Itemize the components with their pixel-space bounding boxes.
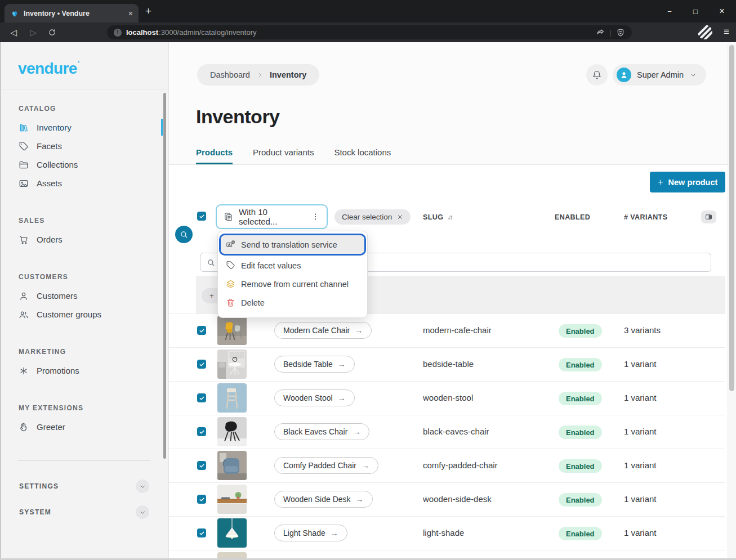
url-host: localhost <box>126 28 158 37</box>
url-bar[interactable]: ! localhost:3000/admin/catalog/inventory… <box>107 25 632 39</box>
row-checkbox[interactable] <box>197 528 206 537</box>
menu-item-remove-from-current-channel[interactable]: Remove from current channel <box>218 275 367 293</box>
asterisk-icon <box>19 366 29 376</box>
vendure-favicon-icon <box>10 9 19 18</box>
forward-icon[interactable]: ▷ <box>28 28 38 38</box>
reload-icon[interactable] <box>48 28 58 37</box>
tab-stock-locations[interactable]: Stock locations <box>334 145 391 164</box>
translate-icon <box>226 240 235 249</box>
search-icon <box>180 230 188 239</box>
site-info-icon[interactable]: ! <box>114 29 122 37</box>
product-slug: comfy-padded-chair <box>423 460 498 470</box>
notifications-button[interactable] <box>586 64 608 86</box>
column-header-slug[interactable]: SLUG <box>423 213 454 221</box>
product-slug: modern-cafe-chair <box>423 325 492 335</box>
browser-tab[interactable]: Inventory • Vendure × <box>5 4 139 23</box>
scrollbar-thumb[interactable] <box>729 45 734 391</box>
status-badge: Enabled <box>559 392 602 405</box>
sidebar-scrollbar[interactable] <box>163 93 166 459</box>
row-checkbox[interactable] <box>197 461 206 470</box>
brave-shield-icon[interactable] <box>616 28 625 37</box>
menu-item-edit-facet-values[interactable]: Edit facet values <box>218 256 367 275</box>
sidebar-section-label: CUSTOMERS <box>19 273 168 281</box>
status-badge: Enabled <box>559 358 602 371</box>
sidebar-section-label: SALES <box>19 217 168 225</box>
clear-selection-button[interactable]: Clear selection <box>334 209 411 225</box>
browser-tab-strip: Inventory • Vendure × + − □ × <box>0 0 736 23</box>
chevron-down-icon[interactable] <box>136 480 149 493</box>
breadcrumb-dashboard[interactable]: Dashboard <box>210 70 250 79</box>
table-row: Wooden Stool→wooden-stoolEnabled1 varian… <box>169 381 725 415</box>
new-product-button[interactable]: + New product <box>650 172 725 192</box>
sidebar-item-greeter[interactable]: Greeter <box>0 418 168 436</box>
sidebar-collapsed-system[interactable]: SYSTEM <box>0 499 168 525</box>
product-name-link[interactable]: Wooden Stool→ <box>274 389 355 406</box>
sidebar-section: SALESOrders <box>0 217 168 249</box>
sidebar-item-facets[interactable]: Facets <box>0 137 168 155</box>
select-all-checkbox[interactable] <box>197 212 206 221</box>
variant-count: 1 variant <box>624 494 657 504</box>
sidebar-item-label: Assets <box>37 178 62 188</box>
product-name-link[interactable]: Wooden Side Desk→ <box>274 491 373 508</box>
row-checkbox[interactable] <box>197 360 206 369</box>
new-tab-button[interactable]: + <box>145 5 151 17</box>
share-icon[interactable] <box>596 28 605 37</box>
window-close-button[interactable]: × <box>713 0 731 23</box>
window-minimize-button[interactable]: − <box>661 0 679 23</box>
arrow-right-icon: → <box>355 326 363 335</box>
sidebar-item-assets[interactable]: Assets <box>0 174 168 192</box>
arrow-right-icon: → <box>362 461 369 470</box>
variant-count: 3 variants <box>624 325 661 335</box>
row-checkbox[interactable] <box>197 427 206 436</box>
browser-menu-icon[interactable]: ≡ <box>724 25 729 39</box>
tab-close-icon[interactable]: × <box>128 9 133 18</box>
row-checkbox[interactable] <box>197 393 206 402</box>
hand-icon <box>19 422 29 432</box>
column-header-enabled[interactable]: ENABLED <box>555 213 590 221</box>
product-name-link[interactable]: Light Shade→ <box>274 525 347 541</box>
variant-count: 1 variant <box>624 359 657 369</box>
sidebar-item-orders[interactable]: Orders <box>0 230 168 249</box>
status-badge: Enabled <box>559 425 602 439</box>
menu-item-delete[interactable]: Delete <box>218 293 367 312</box>
product-name-link[interactable]: Comfy Padded Chair→ <box>274 457 378 474</box>
status-badge: Enabled <box>559 493 602 507</box>
chevron-down-icon[interactable] <box>136 505 149 519</box>
product-name-link[interactable]: Black Eaves Chair→ <box>274 423 369 440</box>
user-menu[interactable]: Super Admin <box>613 64 706 86</box>
sidebar-item-label: Collections <box>37 160 78 169</box>
back-icon[interactable]: ◁ <box>8 28 19 38</box>
sidebar-item-promotions[interactable]: Promotions <box>0 361 168 380</box>
vendure-logo[interactable]: vendure’ <box>18 59 79 78</box>
sidebar-item-customers[interactable]: Customers <box>0 286 168 305</box>
sidebar-item-collections[interactable]: Collections <box>0 155 168 174</box>
menu-item-send-to-translation-service[interactable]: Send to translation service <box>221 235 364 254</box>
tag-icon <box>19 141 29 151</box>
breadcrumb: Dashboard Inventory <box>197 64 319 86</box>
sidebar-item-customer-groups[interactable]: Customer groups <box>0 305 168 324</box>
page-scrollbar[interactable] <box>728 43 736 558</box>
column-picker-button[interactable] <box>701 210 716 223</box>
product-slug: black-eaves-chair <box>423 427 489 436</box>
product-name-link[interactable]: Bedside Table→ <box>274 356 355 373</box>
variant-count: 1 variant <box>624 460 657 470</box>
tab-products[interactable]: Products <box>196 145 233 164</box>
row-checkbox[interactable] <box>197 326 206 335</box>
breadcrumb-inventory[interactable]: Inventory <box>270 70 306 79</box>
table-row: Black Eaves Chair→black-eaves-chairEnabl… <box>169 415 725 449</box>
tab-product-variants[interactable]: Product variants <box>253 145 314 164</box>
window-maximize-button[interactable]: □ <box>686 0 704 23</box>
search-button[interactable] <box>175 226 193 243</box>
row-checkbox[interactable] <box>197 495 206 504</box>
bulk-actions-button[interactable]: With 10 selected... <box>216 204 328 229</box>
sidebar-item-inventory[interactable]: Inventory <box>0 118 168 137</box>
sidebar-section-label: MARKETING <box>19 348 168 356</box>
tab-title: Inventory • Vendure <box>24 10 124 17</box>
product-thumbnail <box>217 417 247 446</box>
browser-profile-avatar[interactable] <box>698 25 712 39</box>
product-name-link[interactable]: Modern Cafe Chair→ <box>274 322 372 339</box>
image-icon <box>19 178 29 189</box>
column-header-variants[interactable]: # VARIANTS <box>624 213 667 221</box>
sidebar-collapsed-settings[interactable]: SETTINGS <box>0 473 168 499</box>
sidebar-item-label: Orders <box>37 235 63 244</box>
